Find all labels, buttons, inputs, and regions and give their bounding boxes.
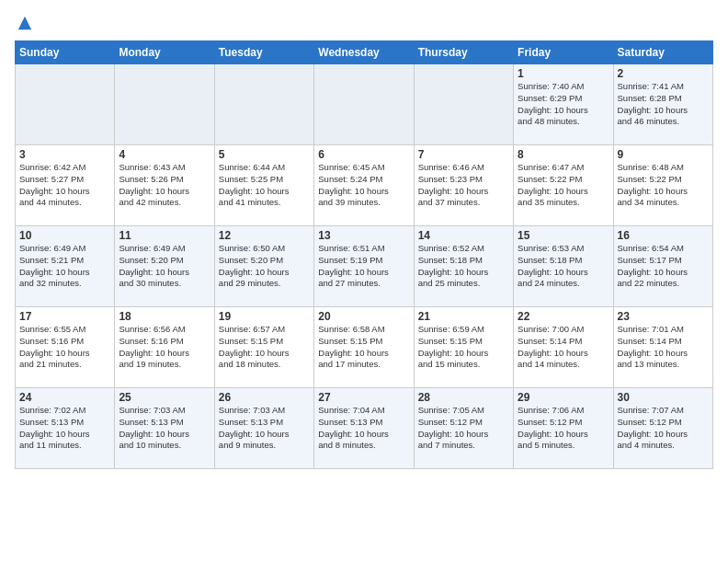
day-info: Sunrise: 6:50 AM Sunset: 5:20 PM Dayligh…: [219, 243, 310, 290]
day-number: 8: [518, 148, 609, 161]
calendar-cell: 26Sunrise: 7:03 AM Sunset: 5:13 PM Dayli…: [214, 388, 313, 469]
calendar-cell: 6Sunrise: 6:45 AM Sunset: 5:24 PM Daylig…: [314, 145, 414, 226]
day-number: 2: [618, 67, 709, 80]
day-info: Sunrise: 7:05 AM Sunset: 5:12 PM Dayligh…: [418, 405, 509, 452]
calendar-cell: [16, 64, 115, 145]
weekday-header: Wednesday: [314, 41, 414, 64]
day-number: 16: [618, 229, 709, 242]
calendar-cell: 20Sunrise: 6:58 AM Sunset: 5:15 PM Dayli…: [314, 307, 414, 388]
calendar-cell: 12Sunrise: 6:50 AM Sunset: 5:20 PM Dayli…: [214, 226, 313, 307]
weekday-header: Friday: [514, 41, 613, 64]
day-number: 10: [19, 229, 110, 242]
day-info: Sunrise: 6:49 AM Sunset: 5:21 PM Dayligh…: [19, 243, 110, 290]
day-info: Sunrise: 7:41 AM Sunset: 6:28 PM Dayligh…: [618, 81, 709, 128]
day-number: 30: [618, 391, 709, 404]
day-number: 26: [219, 391, 310, 404]
calendar-cell: 29Sunrise: 7:06 AM Sunset: 5:12 PM Dayli…: [514, 388, 613, 469]
day-number: 27: [318, 391, 409, 404]
day-info: Sunrise: 6:49 AM Sunset: 5:20 PM Dayligh…: [119, 243, 210, 290]
day-info: Sunrise: 7:03 AM Sunset: 5:13 PM Dayligh…: [119, 405, 210, 452]
day-info: Sunrise: 6:58 AM Sunset: 5:15 PM Dayligh…: [318, 324, 409, 371]
day-number: 21: [418, 310, 509, 323]
calendar-cell: [314, 64, 414, 145]
calendar-cell: 27Sunrise: 7:04 AM Sunset: 5:13 PM Dayli…: [314, 388, 414, 469]
day-info: Sunrise: 7:40 AM Sunset: 6:29 PM Dayligh…: [518, 81, 609, 128]
calendar-cell: 16Sunrise: 6:54 AM Sunset: 5:17 PM Dayli…: [613, 226, 712, 307]
calendar-cell: 4Sunrise: 6:43 AM Sunset: 5:26 PM Daylig…: [115, 145, 214, 226]
logo: [15, 15, 33, 31]
day-info: Sunrise: 6:47 AM Sunset: 5:22 PM Dayligh…: [518, 162, 609, 209]
calendar-cell: [214, 64, 313, 145]
logo-icon: [17, 15, 33, 31]
calendar-cell: 11Sunrise: 6:49 AM Sunset: 5:20 PM Dayli…: [115, 226, 214, 307]
day-number: 4: [119, 148, 210, 161]
calendar-cell: 5Sunrise: 6:44 AM Sunset: 5:25 PM Daylig…: [214, 145, 313, 226]
calendar-cell: 7Sunrise: 6:46 AM Sunset: 5:23 PM Daylig…: [414, 145, 513, 226]
calendar-cell: 22Sunrise: 7:00 AM Sunset: 5:14 PM Dayli…: [514, 307, 613, 388]
calendar-cell: 3Sunrise: 6:42 AM Sunset: 5:27 PM Daylig…: [16, 145, 115, 226]
calendar-cell: 21Sunrise: 6:59 AM Sunset: 5:15 PM Dayli…: [414, 307, 513, 388]
day-number: 6: [318, 148, 409, 161]
day-number: 7: [418, 148, 509, 161]
day-info: Sunrise: 6:54 AM Sunset: 5:17 PM Dayligh…: [618, 243, 709, 290]
day-number: 14: [418, 229, 509, 242]
calendar-cell: 17Sunrise: 6:55 AM Sunset: 5:16 PM Dayli…: [16, 307, 115, 388]
calendar-cell: 1Sunrise: 7:40 AM Sunset: 6:29 PM Daylig…: [514, 64, 613, 145]
day-number: 18: [119, 310, 210, 323]
weekday-header: Sunday: [16, 41, 115, 64]
day-number: 29: [518, 391, 609, 404]
calendar-cell: 8Sunrise: 6:47 AM Sunset: 5:22 PM Daylig…: [514, 145, 613, 226]
day-number: 17: [19, 310, 110, 323]
weekday-header: Thursday: [414, 41, 513, 64]
calendar-cell: 13Sunrise: 6:51 AM Sunset: 5:19 PM Dayli…: [314, 226, 414, 307]
day-number: 22: [518, 310, 609, 323]
day-number: 23: [618, 310, 709, 323]
calendar-cell: 24Sunrise: 7:02 AM Sunset: 5:13 PM Dayli…: [16, 388, 115, 469]
day-info: Sunrise: 6:57 AM Sunset: 5:15 PM Dayligh…: [219, 324, 310, 371]
calendar-cell: 14Sunrise: 6:52 AM Sunset: 5:18 PM Dayli…: [414, 226, 513, 307]
day-info: Sunrise: 6:55 AM Sunset: 5:16 PM Dayligh…: [19, 324, 110, 371]
calendar-table: SundayMondayTuesdayWednesdayThursdayFrid…: [15, 40, 713, 469]
day-info: Sunrise: 6:59 AM Sunset: 5:15 PM Dayligh…: [418, 324, 509, 371]
day-info: Sunrise: 7:03 AM Sunset: 5:13 PM Dayligh…: [219, 405, 310, 452]
day-number: 19: [219, 310, 310, 323]
calendar-cell: 9Sunrise: 6:48 AM Sunset: 5:22 PM Daylig…: [613, 145, 712, 226]
day-number: 20: [318, 310, 409, 323]
day-info: Sunrise: 7:04 AM Sunset: 5:13 PM Dayligh…: [318, 405, 409, 452]
day-info: Sunrise: 7:02 AM Sunset: 5:13 PM Dayligh…: [19, 405, 110, 452]
day-number: 5: [219, 148, 310, 161]
day-info: Sunrise: 6:48 AM Sunset: 5:22 PM Dayligh…: [618, 162, 709, 209]
calendar-cell: [115, 64, 214, 145]
day-number: 3: [19, 148, 110, 161]
day-info: Sunrise: 6:51 AM Sunset: 5:19 PM Dayligh…: [318, 243, 409, 290]
day-number: 1: [518, 67, 609, 80]
day-info: Sunrise: 6:42 AM Sunset: 5:27 PM Dayligh…: [19, 162, 110, 209]
day-number: 9: [618, 148, 709, 161]
day-info: Sunrise: 7:01 AM Sunset: 5:14 PM Dayligh…: [618, 324, 709, 371]
day-number: 25: [119, 391, 210, 404]
day-number: 12: [219, 229, 310, 242]
svg-marker-0: [18, 17, 31, 29]
weekday-header: Saturday: [613, 41, 712, 64]
day-info: Sunrise: 7:00 AM Sunset: 5:14 PM Dayligh…: [518, 324, 609, 371]
day-number: 15: [518, 229, 609, 242]
day-number: 24: [19, 391, 110, 404]
calendar-cell: 2Sunrise: 7:41 AM Sunset: 6:28 PM Daylig…: [613, 64, 712, 145]
day-info: Sunrise: 6:56 AM Sunset: 5:16 PM Dayligh…: [119, 324, 210, 371]
calendar-cell: [414, 64, 513, 145]
day-info: Sunrise: 6:45 AM Sunset: 5:24 PM Dayligh…: [318, 162, 409, 209]
calendar-cell: 19Sunrise: 6:57 AM Sunset: 5:15 PM Dayli…: [214, 307, 313, 388]
day-info: Sunrise: 6:43 AM Sunset: 5:26 PM Dayligh…: [119, 162, 210, 209]
calendar-cell: 23Sunrise: 7:01 AM Sunset: 5:14 PM Dayli…: [613, 307, 712, 388]
day-number: 28: [418, 391, 509, 404]
page-header: [15, 15, 713, 31]
calendar-cell: 18Sunrise: 6:56 AM Sunset: 5:16 PM Dayli…: [115, 307, 214, 388]
weekday-header: Tuesday: [214, 41, 313, 64]
weekday-header: Monday: [115, 41, 214, 64]
day-info: Sunrise: 7:06 AM Sunset: 5:12 PM Dayligh…: [518, 405, 609, 452]
day-info: Sunrise: 7:07 AM Sunset: 5:12 PM Dayligh…: [618, 405, 709, 452]
day-info: Sunrise: 6:52 AM Sunset: 5:18 PM Dayligh…: [418, 243, 509, 290]
day-info: Sunrise: 6:44 AM Sunset: 5:25 PM Dayligh…: [219, 162, 310, 209]
day-number: 11: [119, 229, 210, 242]
day-info: Sunrise: 6:53 AM Sunset: 5:18 PM Dayligh…: [518, 243, 609, 290]
